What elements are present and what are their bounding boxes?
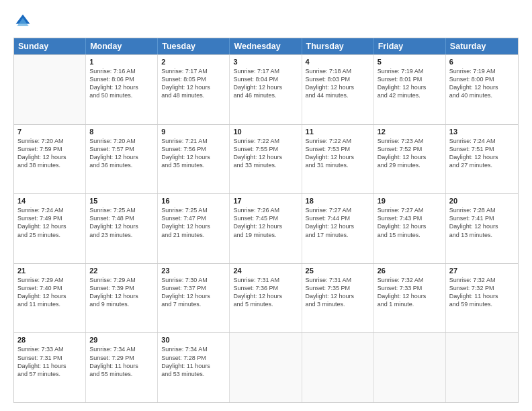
- cal-cell: 9Sunrise: 7:21 AMSunset: 7:56 PMDaylight…: [158, 125, 230, 194]
- day-number: 17: [233, 197, 298, 205]
- calendar-body: 1Sunrise: 7:16 AMSunset: 8:06 PMDaylight…: [14, 54, 518, 402]
- cal-cell: 25Sunrise: 7:31 AMSunset: 7:35 PMDayligh…: [302, 264, 374, 333]
- cal-cell: 17Sunrise: 7:26 AMSunset: 7:45 PMDayligh…: [230, 194, 302, 263]
- cell-info: Sunrise: 7:17 AMSunset: 8:04 PMDaylight:…: [233, 67, 298, 100]
- cal-cell: 21Sunrise: 7:29 AMSunset: 7:40 PMDayligh…: [14, 264, 86, 333]
- cell-info: Sunrise: 7:24 AMSunset: 7:51 PMDaylight:…: [449, 137, 515, 170]
- day-number: 13: [449, 128, 515, 136]
- day-number: 15: [89, 197, 154, 205]
- cell-info: Sunrise: 7:20 AMSunset: 7:57 PMDaylight:…: [89, 137, 154, 170]
- day-number: 20: [449, 197, 515, 205]
- day-number: 14: [17, 197, 82, 205]
- cell-info: Sunrise: 7:17 AMSunset: 8:05 PMDaylight:…: [161, 67, 226, 100]
- day-number: 24: [233, 267, 298, 275]
- logo: [13, 12, 35, 31]
- cal-row-1: 1Sunrise: 7:16 AMSunset: 8:06 PMDaylight…: [14, 54, 518, 124]
- header-day-wednesday: Wednesday: [230, 38, 302, 54]
- cal-cell: 14Sunrise: 7:24 AMSunset: 7:49 PMDayligh…: [14, 194, 86, 263]
- cell-info: Sunrise: 7:27 AMSunset: 7:44 PMDaylight:…: [306, 206, 370, 239]
- cal-cell: [446, 333, 518, 402]
- day-number: 29: [89, 336, 154, 344]
- day-number: 10: [233, 128, 298, 136]
- cell-info: Sunrise: 7:27 AMSunset: 7:43 PMDaylight:…: [378, 206, 442, 239]
- calendar-header: SundayMondayTuesdayWednesdayThursdayFrid…: [14, 38, 518, 54]
- cell-info: Sunrise: 7:25 AMSunset: 7:47 PMDaylight:…: [161, 206, 226, 239]
- cal-row-2: 7Sunrise: 7:20 AMSunset: 7:59 PMDaylight…: [14, 124, 518, 194]
- cal-cell: 23Sunrise: 7:30 AMSunset: 7:37 PMDayligh…: [158, 264, 230, 333]
- cal-cell: 7Sunrise: 7:20 AMSunset: 7:59 PMDaylight…: [14, 125, 86, 194]
- day-number: 4: [306, 58, 370, 66]
- day-number: 28: [17, 336, 82, 344]
- cell-info: Sunrise: 7:22 AMSunset: 7:53 PMDaylight:…: [306, 137, 370, 170]
- cell-info: Sunrise: 7:20 AMSunset: 7:59 PMDaylight:…: [17, 137, 82, 170]
- header-day-thursday: Thursday: [302, 38, 374, 54]
- day-number: 11: [306, 128, 370, 136]
- day-number: 19: [378, 197, 442, 205]
- calendar: SundayMondayTuesdayWednesdayThursdayFrid…: [13, 38, 519, 403]
- day-number: 25: [306, 267, 370, 275]
- day-number: 23: [161, 267, 226, 275]
- cal-cell: [374, 333, 446, 402]
- cell-info: Sunrise: 7:16 AMSunset: 8:06 PMDaylight:…: [89, 67, 154, 100]
- day-number: 3: [233, 58, 298, 66]
- cell-info: Sunrise: 7:29 AMSunset: 7:40 PMDaylight:…: [17, 276, 82, 309]
- cal-cell: [230, 333, 302, 402]
- day-number: 18: [306, 197, 370, 205]
- cell-info: Sunrise: 7:26 AMSunset: 7:45 PMDaylight:…: [233, 206, 298, 239]
- cell-info: Sunrise: 7:21 AMSunset: 7:56 PMDaylight:…: [161, 137, 226, 170]
- cal-cell: 24Sunrise: 7:31 AMSunset: 7:36 PMDayligh…: [230, 264, 302, 333]
- cell-info: Sunrise: 7:23 AMSunset: 7:52 PMDaylight:…: [378, 137, 442, 170]
- cal-cell: 1Sunrise: 7:16 AMSunset: 8:06 PMDaylight…: [86, 55, 158, 124]
- cal-cell: 26Sunrise: 7:32 AMSunset: 7:33 PMDayligh…: [374, 264, 446, 333]
- cal-cell: 4Sunrise: 7:18 AMSunset: 8:03 PMDaylight…: [302, 55, 374, 124]
- day-number: 26: [378, 267, 442, 275]
- day-number: 5: [378, 58, 442, 66]
- logo-icon: [13, 12, 32, 31]
- cell-info: Sunrise: 7:28 AMSunset: 7:41 PMDaylight:…: [449, 206, 515, 239]
- cell-info: Sunrise: 7:34 AMSunset: 7:28 PMDaylight:…: [161, 345, 226, 378]
- day-number: 22: [89, 267, 154, 275]
- cal-cell: 13Sunrise: 7:24 AMSunset: 7:51 PMDayligh…: [446, 125, 518, 194]
- cell-info: Sunrise: 7:18 AMSunset: 8:03 PMDaylight:…: [306, 67, 370, 100]
- cal-cell: 28Sunrise: 7:33 AMSunset: 7:31 PMDayligh…: [14, 333, 86, 402]
- cal-cell: 3Sunrise: 7:17 AMSunset: 8:04 PMDaylight…: [230, 55, 302, 124]
- page: SundayMondayTuesdayWednesdayThursdayFrid…: [0, 0, 532, 411]
- header-day-monday: Monday: [86, 38, 158, 54]
- day-number: 2: [161, 58, 226, 66]
- cal-row-3: 14Sunrise: 7:24 AMSunset: 7:49 PMDayligh…: [14, 193, 518, 263]
- cell-info: Sunrise: 7:19 AMSunset: 8:00 PMDaylight:…: [449, 67, 515, 100]
- cell-info: Sunrise: 7:34 AMSunset: 7:29 PMDaylight:…: [89, 345, 154, 378]
- cell-info: Sunrise: 7:33 AMSunset: 7:31 PMDaylight:…: [17, 345, 82, 378]
- cal-cell: 10Sunrise: 7:22 AMSunset: 7:55 PMDayligh…: [230, 125, 302, 194]
- header-day-friday: Friday: [374, 38, 446, 54]
- header-day-saturday: Saturday: [446, 38, 518, 54]
- cell-info: Sunrise: 7:25 AMSunset: 7:48 PMDaylight:…: [89, 206, 154, 239]
- cell-info: Sunrise: 7:19 AMSunset: 8:01 PMDaylight:…: [378, 67, 442, 100]
- day-number: 9: [161, 128, 226, 136]
- day-number: 12: [378, 128, 442, 136]
- cal-cell: 8Sunrise: 7:20 AMSunset: 7:57 PMDaylight…: [86, 125, 158, 194]
- day-number: 27: [449, 267, 515, 275]
- cell-info: Sunrise: 7:31 AMSunset: 7:36 PMDaylight:…: [233, 276, 298, 309]
- cal-cell: 29Sunrise: 7:34 AMSunset: 7:29 PMDayligh…: [86, 333, 158, 402]
- day-number: 8: [89, 128, 154, 136]
- cell-info: Sunrise: 7:29 AMSunset: 7:39 PMDaylight:…: [89, 276, 154, 309]
- cal-cell: 30Sunrise: 7:34 AMSunset: 7:28 PMDayligh…: [158, 333, 230, 402]
- day-number: 6: [449, 58, 515, 66]
- day-number: 21: [17, 267, 82, 275]
- cal-cell: 12Sunrise: 7:23 AMSunset: 7:52 PMDayligh…: [374, 125, 446, 194]
- cal-cell: 22Sunrise: 7:29 AMSunset: 7:39 PMDayligh…: [86, 264, 158, 333]
- cell-info: Sunrise: 7:30 AMSunset: 7:37 PMDaylight:…: [161, 276, 226, 309]
- day-number: 1: [89, 58, 154, 66]
- cell-info: Sunrise: 7:24 AMSunset: 7:49 PMDaylight:…: [17, 206, 82, 239]
- cal-cell: 15Sunrise: 7:25 AMSunset: 7:48 PMDayligh…: [86, 194, 158, 263]
- cell-info: Sunrise: 7:32 AMSunset: 7:32 PMDaylight:…: [449, 276, 515, 309]
- cal-cell: 11Sunrise: 7:22 AMSunset: 7:53 PMDayligh…: [302, 125, 374, 194]
- cal-cell: [302, 333, 374, 402]
- header-day-tuesday: Tuesday: [158, 38, 230, 54]
- cal-cell: 18Sunrise: 7:27 AMSunset: 7:44 PMDayligh…: [302, 194, 374, 263]
- cell-info: Sunrise: 7:31 AMSunset: 7:35 PMDaylight:…: [306, 276, 370, 309]
- header-day-sunday: Sunday: [14, 38, 86, 54]
- day-number: 30: [161, 336, 226, 344]
- cal-cell: [14, 55, 86, 124]
